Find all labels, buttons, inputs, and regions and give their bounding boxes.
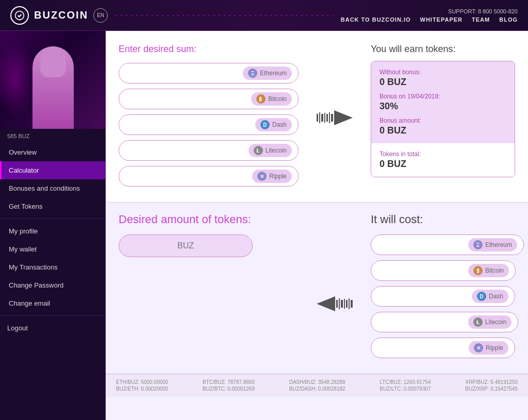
sidebar-item-bonuses[interactable]: Bonuses and conditions (0, 179, 105, 197)
nav-whitepaper[interactable]: WHITEPAPER (420, 16, 463, 23)
bonus-amount-label: Bonus amount: (380, 117, 506, 124)
dash-output-badge: D Dash (472, 290, 508, 303)
sidebar: 585 BUZ Overview Calculator Bonuses and … (0, 31, 106, 420)
header-dots (116, 15, 333, 16)
layout: 585 BUZ Overview Calculator Bonuses and … (0, 31, 528, 420)
ripple-badge: ✕ Ripple (252, 170, 292, 183)
svg-marker-7 (334, 110, 353, 125)
ripple-input-row: ✕ Ripple (119, 166, 299, 187)
nav-team[interactable]: TEAM (472, 16, 490, 23)
nav-links: BACK TO BUZCOIN.IO WHITEPAPER TEAM BLOG (341, 16, 518, 23)
btc-output-badge: ₿ Bitcoin (468, 264, 509, 277)
eth-out-icon: Ξ (473, 240, 483, 249)
eth-output[interactable] (377, 241, 464, 249)
ripple-input[interactable] (125, 173, 248, 180)
sidebar-item-change-email[interactable]: Change email (0, 294, 105, 312)
xrp-output-badge: ✕ Ripple (469, 341, 508, 355)
xrp-output[interactable] (377, 344, 465, 352)
sidebar-divider-1 (0, 219, 105, 219)
eth-output-badge: Ξ Ethereum (468, 238, 517, 251)
litecoin-icon: Ł (254, 146, 263, 155)
it-will-cost-title: It will cost: (371, 213, 515, 226)
litecoin-input[interactable] (125, 147, 244, 155)
svg-rect-13 (346, 300, 348, 308)
sidebar-item-calculator[interactable]: Calculator (0, 161, 105, 179)
svg-rect-10 (339, 298, 340, 309)
ltc-output[interactable] (377, 318, 464, 326)
btc-output-box: ₿ Bitcoin (371, 260, 516, 281)
xrp-out-icon: ✕ (474, 343, 483, 352)
btc-output-row: ₿ Bitcoin (371, 260, 515, 281)
desired-tokens-title: Desired amount of tokens: (119, 213, 299, 226)
enter-sum-panel: Enter desired sum: Ξ Ethereum (119, 44, 299, 192)
sidebar-item-my-profile[interactable]: My profile (0, 222, 105, 240)
svg-rect-4 (326, 114, 328, 122)
btc-output[interactable] (377, 267, 464, 275)
sidebar-item-my-transactions[interactable]: My Transactions (0, 258, 105, 276)
without-bonus-label: Without bonus: (380, 69, 506, 76)
enter-sum-title: Enter desired sum: (119, 44, 299, 55)
footer-btc-rates: BTC/BUZ: 78797.8660 BUZ/BTC: 0.00001269 (203, 379, 255, 392)
bottom-section: Desired amount of tokens: (106, 203, 528, 374)
bonus-date-label: Bonus on 19/04/2018: (380, 93, 506, 100)
bonus-date-value: 30% (380, 101, 506, 112)
litecoin-input-row: Ł Litecoin (119, 140, 299, 161)
ethereum-badge: Ξ Ethereum (243, 66, 292, 80)
sidebar-item-logout[interactable]: Logout (0, 319, 105, 337)
ltc-output-box: Ł Litecoin (371, 312, 518, 332)
tokens-earned-panel: You will earn tokens: Without bonus: 0 B… (371, 44, 515, 192)
tokens-card: Without bonus: 0 BUZ Bonus on 19/04/2018… (371, 61, 515, 177)
glow-effect (0, 41, 36, 119)
ltc-output-row: Ł Litecoin (371, 312, 515, 332)
nav-blog[interactable]: BLOG (499, 16, 518, 23)
buz-input-box[interactable] (119, 234, 253, 257)
xrp-output-row: ✕ Ripple (371, 338, 515, 358)
ethereum-input-box[interactable]: Ξ Ethereum (119, 63, 299, 83)
svg-rect-11 (341, 300, 343, 308)
sidebar-item-get-tokens[interactable]: Get Tokens (0, 197, 105, 215)
svg-rect-5 (329, 112, 330, 123)
ethereum-icon: Ξ (248, 69, 257, 78)
ethereum-input[interactable] (125, 70, 239, 77)
svg-rect-12 (344, 299, 345, 309)
dash-input-box[interactable]: D Dash (119, 114, 299, 135)
svg-rect-15 (351, 300, 353, 308)
svg-rect-0 (317, 114, 318, 122)
header-left: BUZCOIN EN (10, 6, 108, 25)
bitcoin-input[interactable] (125, 95, 247, 103)
desired-tokens-panel: Desired amount of tokens: (119, 213, 299, 363)
sidebar-item-change-password[interactable]: Change Password (0, 276, 105, 294)
sidebar-item-overview[interactable]: Overview (0, 143, 105, 161)
svg-rect-3 (324, 113, 325, 123)
eth-output-row: Ξ Ethereum (371, 234, 515, 255)
ethereum-input-row: Ξ Ethereum (119, 63, 299, 83)
it-will-cost-panel: It will cost: Ξ Ethereum ₿ (371, 213, 515, 363)
svg-rect-1 (319, 112, 320, 123)
dash-output-row: D Dash (371, 286, 515, 307)
dash-output[interactable] (377, 293, 468, 300)
footer-ltc-rates: LTC/BUZ: 1260.91754 BUZ/LTC: 0.00079307 (380, 379, 431, 392)
nav-back[interactable]: BACK TO BUZCOIN.IO (341, 16, 411, 23)
main-content: Enter desired sum: Ξ Ethereum (106, 31, 528, 420)
sidebar-divider-2 (0, 315, 105, 316)
bitcoin-badge: ₿ Bitcoin (251, 92, 292, 106)
sidebar-item-my-wallet[interactable]: My wallet (0, 240, 105, 258)
bitcoin-input-box[interactable]: ₿ Bitcoin (119, 89, 299, 109)
litecoin-input-box[interactable]: Ł Litecoin (119, 140, 299, 161)
svg-rect-9 (336, 300, 338, 308)
lang-badge[interactable]: EN (93, 8, 108, 23)
xrp-output-box: ✕ Ripple (371, 338, 515, 358)
avatar-image (0, 31, 106, 129)
arrow-right (309, 44, 360, 192)
buz-input[interactable] (129, 241, 242, 250)
logo-text: BUZCOIN (34, 9, 88, 21)
dash-output-box: D Dash (371, 286, 515, 307)
ltc-out-icon: Ł (473, 317, 483, 327)
litecoin-badge: Ł Litecoin (249, 144, 292, 157)
avatar-area (0, 31, 106, 129)
ripple-input-box[interactable]: ✕ Ripple (119, 166, 299, 187)
buz-input-row (119, 234, 299, 257)
dash-icon: D (260, 120, 270, 129)
dash-input[interactable] (125, 121, 251, 129)
bonus-amount-value: 0 BUZ (380, 125, 506, 136)
